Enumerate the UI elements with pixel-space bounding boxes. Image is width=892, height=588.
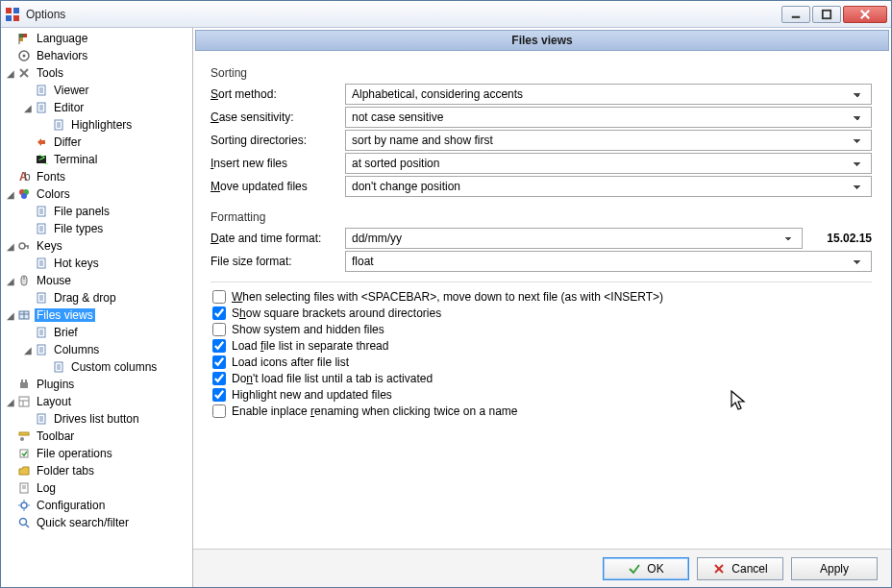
sort-method-label: Sort method: <box>211 87 335 101</box>
sort-method-select[interactable]: Alphabetical, considering accents <box>345 84 872 105</box>
lazytab-checkbox[interactable] <box>212 372 226 385</box>
apply-button[interactable]: Apply <box>791 557 878 580</box>
tree-node-label: Fonts <box>35 170 67 184</box>
tree-node-label: Log <box>35 481 58 495</box>
tree-node-label: Language <box>35 32 89 45</box>
terminal-icon: >_ <box>34 152 49 167</box>
case-sensitivity-label: Case sensitivity: <box>211 110 335 124</box>
tree-node-tools[interactable]: ◢Tools <box>1 64 192 82</box>
icons-label: Load icons after file list <box>232 355 349 369</box>
lazytab-label: Don't load file list until a tab is acti… <box>232 372 433 385</box>
hidden-label: Show system and hidden files <box>232 323 384 336</box>
svg-rect-75 <box>19 397 29 406</box>
tree-node-toolbar[interactable]: Toolbar <box>1 428 192 445</box>
date-format-sample: 15.02.15 <box>812 232 872 245</box>
tree-node-highlighters[interactable]: Highlighters <box>1 116 192 134</box>
tree-node-drives-list-button[interactable]: Drives list button <box>1 410 192 428</box>
insert-new-files-select[interactable]: at sorted position <box>345 153 872 174</box>
apply-button-label: Apply <box>820 562 849 576</box>
tree-node-label: Editor <box>52 101 86 114</box>
tree-node-brief[interactable]: Brief <box>1 324 192 341</box>
tree-twisty-icon[interactable]: ◢ <box>5 189 16 200</box>
tree-twisty-icon[interactable]: ◢ <box>5 310 16 321</box>
page-icon <box>34 290 49 306</box>
maximize-button[interactable] <box>812 6 841 23</box>
tree-node-mouse[interactable]: ◢Mouse <box>1 272 192 289</box>
page-icon <box>34 411 49 427</box>
tree-node-plugins[interactable]: Plugins <box>1 376 192 393</box>
tree-node-layout[interactable]: ◢Layout <box>1 393 192 410</box>
tree-twisty-icon[interactable]: ◢ <box>22 345 34 355</box>
page-icon <box>51 359 66 375</box>
svg-rect-9 <box>23 34 27 37</box>
thread-label: Load file list in separate thread <box>232 339 388 353</box>
sorting-directories-select[interactable]: sort by name and show first <box>345 130 872 151</box>
tree-node-label: Tools <box>35 66 65 80</box>
page-icon <box>34 256 49 271</box>
tree-node-label: Toolbar <box>35 429 76 443</box>
tree-node-columns[interactable]: ◢Columns <box>1 341 192 358</box>
spacebar-checkbox[interactable] <box>212 290 226 304</box>
tree-node-editor[interactable]: ◢Editor <box>1 99 192 116</box>
svg-rect-74 <box>25 380 27 382</box>
svg-point-93 <box>20 519 27 526</box>
svg-line-94 <box>26 525 29 527</box>
ok-button[interactable]: OK <box>603 557 689 580</box>
tree-twisty-icon[interactable]: ◢ <box>5 397 16 407</box>
date-format-input[interactable] <box>345 228 803 249</box>
tree-node-quick-search-filter[interactable]: Quick search/filter <box>1 514 192 531</box>
layout-icon <box>16 394 32 409</box>
sorting-group-label: Sorting <box>211 66 872 80</box>
behaviors-icon <box>16 48 32 63</box>
tree-node-hot-keys[interactable]: Hot keys <box>1 255 192 272</box>
highlight-label: Highlight new and updated files <box>232 388 392 402</box>
tree-node-fonts[interactable]: AbFonts <box>1 168 192 185</box>
tree-node-log[interactable]: Log <box>1 479 192 497</box>
highlight-checkbox[interactable] <box>212 388 226 402</box>
page-icon <box>34 221 49 236</box>
tree-node-differ[interactable]: Differ <box>1 134 192 151</box>
tree-twisty-icon[interactable]: ◢ <box>22 103 34 113</box>
minimize-button[interactable] <box>781 6 810 23</box>
tree-node-colors[interactable]: ◢Colors <box>1 185 192 203</box>
brackets-checkbox[interactable] <box>212 306 226 320</box>
tree-node-label: Layout <box>35 395 73 408</box>
thread-checkbox[interactable] <box>212 339 226 353</box>
tree-twisty-icon[interactable]: ◢ <box>5 276 16 286</box>
tree-node-configuration[interactable]: Configuration <box>1 497 192 514</box>
close-button[interactable] <box>843 6 887 23</box>
tree-twisty-icon[interactable]: ◢ <box>5 68 16 79</box>
window-title: Options <box>26 8 781 21</box>
tree-node-custom-columns[interactable]: Custom columns <box>1 358 192 376</box>
tree-node-terminal[interactable]: >_Terminal <box>1 151 192 168</box>
tree-node-drag-drop[interactable]: Drag & drop <box>1 289 192 306</box>
page-title: Files views <box>195 30 889 51</box>
hidden-checkbox[interactable] <box>212 323 226 336</box>
tree-node-label: Custom columns <box>69 360 159 374</box>
icons-checkbox[interactable] <box>212 355 226 369</box>
tree-node-viewer[interactable]: Viewer <box>1 82 192 99</box>
tree-node-behaviors[interactable]: Behaviors <box>1 47 192 64</box>
folder-icon <box>16 463 32 478</box>
tree-node-file-panels[interactable]: File panels <box>1 203 192 220</box>
brackets-label: Show square brackets around directories <box>232 306 441 320</box>
tree-node-file-operations[interactable]: File operations <box>1 445 192 462</box>
flag-icon <box>16 31 32 46</box>
rename-checkbox[interactable] <box>212 404 226 418</box>
tree-node-language[interactable]: Language <box>1 30 192 47</box>
tree-node-file-types[interactable]: File types <box>1 220 192 237</box>
tree-node-folder-tabs[interactable]: Folder tabs <box>1 462 192 479</box>
page-icon <box>34 83 49 98</box>
file-size-format-select[interactable]: float <box>345 251 872 272</box>
tree-twisty-icon[interactable]: ◢ <box>5 241 16 252</box>
move-updated-files-select[interactable]: don't change position <box>345 176 872 197</box>
cancel-button[interactable]: Cancel <box>697 557 783 580</box>
options-tree[interactable]: LanguageBehaviors◢ToolsViewer◢EditorHigh… <box>1 28 193 587</box>
tree-node-label: Behaviors <box>35 49 89 62</box>
page-icon <box>34 342 49 357</box>
tree-node-label: Quick search/filter <box>35 516 131 529</box>
case-sensitivity-select[interactable]: not case sensitive <box>345 107 872 128</box>
tree-node-keys[interactable]: ◢Keys <box>1 237 192 255</box>
tree-node-label: Plugins <box>35 378 76 391</box>
tree-node-files-views[interactable]: ◢Files views <box>1 306 192 324</box>
